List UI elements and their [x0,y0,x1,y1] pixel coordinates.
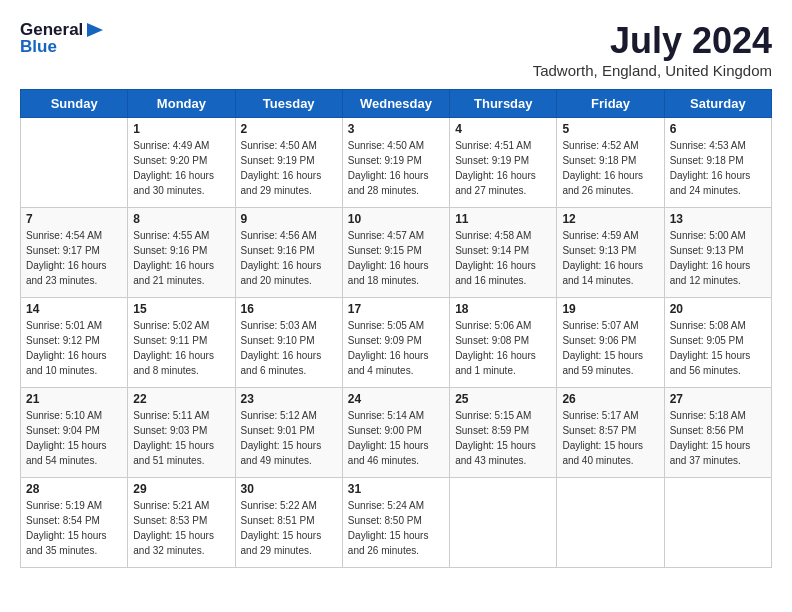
day-number: 12 [562,212,658,226]
calendar-cell: 16Sunrise: 5:03 AM Sunset: 9:10 PM Dayli… [235,298,342,388]
day-info: Sunrise: 5:00 AM Sunset: 9:13 PM Dayligh… [670,228,766,288]
day-number: 31 [348,482,444,496]
calendar-cell: 31Sunrise: 5:24 AM Sunset: 8:50 PM Dayli… [342,478,449,568]
day-number: 24 [348,392,444,406]
day-number: 25 [455,392,551,406]
day-number: 4 [455,122,551,136]
weekday-header-wednesday: Wednesday [342,90,449,118]
day-info: Sunrise: 5:17 AM Sunset: 8:57 PM Dayligh… [562,408,658,468]
calendar-cell: 5Sunrise: 4:52 AM Sunset: 9:18 PM Daylig… [557,118,664,208]
day-number: 16 [241,302,337,316]
svg-marker-0 [87,23,103,37]
day-number: 9 [241,212,337,226]
calendar-table: SundayMondayTuesdayWednesdayThursdayFrid… [20,89,772,568]
weekday-header-monday: Monday [128,90,235,118]
day-number: 22 [133,392,229,406]
page-header: General Blue July 2024 Tadworth, England… [20,20,772,79]
calendar-cell: 26Sunrise: 5:17 AM Sunset: 8:57 PM Dayli… [557,388,664,478]
day-info: Sunrise: 5:22 AM Sunset: 8:51 PM Dayligh… [241,498,337,558]
month-year-title: July 2024 [533,20,772,62]
day-info: Sunrise: 4:56 AM Sunset: 9:16 PM Dayligh… [241,228,337,288]
day-info: Sunrise: 5:14 AM Sunset: 9:00 PM Dayligh… [348,408,444,468]
day-number: 23 [241,392,337,406]
day-number: 14 [26,302,122,316]
calendar-cell: 27Sunrise: 5:18 AM Sunset: 8:56 PM Dayli… [664,388,771,478]
day-info: Sunrise: 5:15 AM Sunset: 8:59 PM Dayligh… [455,408,551,468]
calendar-cell: 28Sunrise: 5:19 AM Sunset: 8:54 PM Dayli… [21,478,128,568]
calendar-week-row: 14Sunrise: 5:01 AM Sunset: 9:12 PM Dayli… [21,298,772,388]
calendar-week-row: 1Sunrise: 4:49 AM Sunset: 9:20 PM Daylig… [21,118,772,208]
logo-blue-text: Blue [20,37,57,57]
calendar-cell: 15Sunrise: 5:02 AM Sunset: 9:11 PM Dayli… [128,298,235,388]
weekday-header-thursday: Thursday [450,90,557,118]
day-info: Sunrise: 4:55 AM Sunset: 9:16 PM Dayligh… [133,228,229,288]
day-number: 29 [133,482,229,496]
day-info: Sunrise: 4:49 AM Sunset: 9:20 PM Dayligh… [133,138,229,198]
day-info: Sunrise: 5:06 AM Sunset: 9:08 PM Dayligh… [455,318,551,378]
day-info: Sunrise: 5:10 AM Sunset: 9:04 PM Dayligh… [26,408,122,468]
day-number: 15 [133,302,229,316]
day-info: Sunrise: 4:51 AM Sunset: 9:19 PM Dayligh… [455,138,551,198]
calendar-cell: 25Sunrise: 5:15 AM Sunset: 8:59 PM Dayli… [450,388,557,478]
day-info: Sunrise: 5:08 AM Sunset: 9:05 PM Dayligh… [670,318,766,378]
calendar-header-row: SundayMondayTuesdayWednesdayThursdayFrid… [21,90,772,118]
day-info: Sunrise: 4:58 AM Sunset: 9:14 PM Dayligh… [455,228,551,288]
calendar-week-row: 28Sunrise: 5:19 AM Sunset: 8:54 PM Dayli… [21,478,772,568]
calendar-cell: 22Sunrise: 5:11 AM Sunset: 9:03 PM Dayli… [128,388,235,478]
day-number: 7 [26,212,122,226]
day-number: 1 [133,122,229,136]
logo: General Blue [20,20,103,57]
day-info: Sunrise: 5:03 AM Sunset: 9:10 PM Dayligh… [241,318,337,378]
day-number: 13 [670,212,766,226]
calendar-cell: 23Sunrise: 5:12 AM Sunset: 9:01 PM Dayli… [235,388,342,478]
day-number: 27 [670,392,766,406]
calendar-cell: 30Sunrise: 5:22 AM Sunset: 8:51 PM Dayli… [235,478,342,568]
weekday-header-tuesday: Tuesday [235,90,342,118]
calendar-cell: 8Sunrise: 4:55 AM Sunset: 9:16 PM Daylig… [128,208,235,298]
day-number: 8 [133,212,229,226]
calendar-cell: 2Sunrise: 4:50 AM Sunset: 9:19 PM Daylig… [235,118,342,208]
day-number: 5 [562,122,658,136]
calendar-cell [557,478,664,568]
calendar-week-row: 21Sunrise: 5:10 AM Sunset: 9:04 PM Dayli… [21,388,772,478]
day-info: Sunrise: 5:07 AM Sunset: 9:06 PM Dayligh… [562,318,658,378]
calendar-cell: 29Sunrise: 5:21 AM Sunset: 8:53 PM Dayli… [128,478,235,568]
calendar-cell: 10Sunrise: 4:57 AM Sunset: 9:15 PM Dayli… [342,208,449,298]
calendar-cell: 1Sunrise: 4:49 AM Sunset: 9:20 PM Daylig… [128,118,235,208]
day-number: 19 [562,302,658,316]
day-info: Sunrise: 4:52 AM Sunset: 9:18 PM Dayligh… [562,138,658,198]
day-number: 3 [348,122,444,136]
weekday-header-friday: Friday [557,90,664,118]
day-number: 17 [348,302,444,316]
weekday-header-saturday: Saturday [664,90,771,118]
calendar-cell: 7Sunrise: 4:54 AM Sunset: 9:17 PM Daylig… [21,208,128,298]
day-number: 21 [26,392,122,406]
day-number: 26 [562,392,658,406]
day-info: Sunrise: 5:24 AM Sunset: 8:50 PM Dayligh… [348,498,444,558]
day-info: Sunrise: 5:19 AM Sunset: 8:54 PM Dayligh… [26,498,122,558]
day-number: 6 [670,122,766,136]
calendar-cell: 12Sunrise: 4:59 AM Sunset: 9:13 PM Dayli… [557,208,664,298]
day-number: 18 [455,302,551,316]
day-number: 28 [26,482,122,496]
calendar-cell [450,478,557,568]
calendar-cell: 11Sunrise: 4:58 AM Sunset: 9:14 PM Dayli… [450,208,557,298]
day-info: Sunrise: 5:01 AM Sunset: 9:12 PM Dayligh… [26,318,122,378]
calendar-week-row: 7Sunrise: 4:54 AM Sunset: 9:17 PM Daylig… [21,208,772,298]
calendar-cell: 18Sunrise: 5:06 AM Sunset: 9:08 PM Dayli… [450,298,557,388]
day-info: Sunrise: 4:53 AM Sunset: 9:18 PM Dayligh… [670,138,766,198]
day-number: 20 [670,302,766,316]
calendar-cell: 21Sunrise: 5:10 AM Sunset: 9:04 PM Dayli… [21,388,128,478]
day-info: Sunrise: 4:57 AM Sunset: 9:15 PM Dayligh… [348,228,444,288]
calendar-cell: 9Sunrise: 4:56 AM Sunset: 9:16 PM Daylig… [235,208,342,298]
calendar-cell [21,118,128,208]
calendar-cell [664,478,771,568]
calendar-cell: 17Sunrise: 5:05 AM Sunset: 9:09 PM Dayli… [342,298,449,388]
calendar-cell: 3Sunrise: 4:50 AM Sunset: 9:19 PM Daylig… [342,118,449,208]
day-info: Sunrise: 4:54 AM Sunset: 9:17 PM Dayligh… [26,228,122,288]
calendar-cell: 13Sunrise: 5:00 AM Sunset: 9:13 PM Dayli… [664,208,771,298]
day-number: 2 [241,122,337,136]
calendar-cell: 14Sunrise: 5:01 AM Sunset: 9:12 PM Dayli… [21,298,128,388]
calendar-cell: 4Sunrise: 4:51 AM Sunset: 9:19 PM Daylig… [450,118,557,208]
logo-flag-icon [85,23,103,37]
